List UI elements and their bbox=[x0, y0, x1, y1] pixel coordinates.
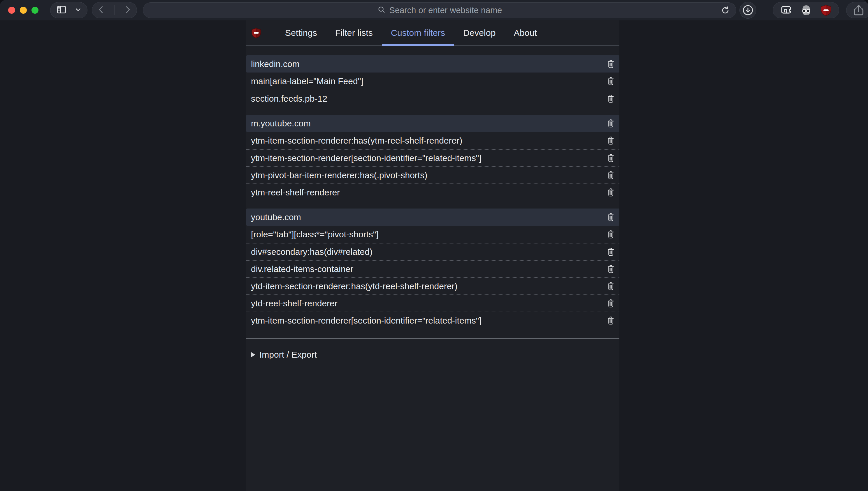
filter-domain-row: linkedin.com bbox=[246, 55, 619, 73]
filter-rule-row: main[aria-label="Main Feed"] bbox=[246, 73, 619, 90]
trash-button[interactable] bbox=[607, 299, 615, 308]
trash-icon bbox=[607, 77, 615, 86]
rule-text: ytm-item-section-renderer[section-identi… bbox=[251, 316, 482, 325]
rule-text: ytm-pivot-bar-item-renderer:has(.pivot-s… bbox=[251, 170, 427, 180]
filter-rule-row: ytm-item-section-renderer[section-identi… bbox=[246, 312, 619, 329]
filter-domain-row: m.youtube.com bbox=[246, 115, 619, 132]
sidebar-controls bbox=[50, 2, 87, 18]
trash-button[interactable] bbox=[607, 171, 615, 180]
tab-label: Settings bbox=[285, 28, 317, 38]
nav-divider bbox=[114, 5, 115, 15]
trash-button[interactable] bbox=[607, 136, 615, 145]
trash-button[interactable] bbox=[607, 213, 615, 222]
tab-filter-lists[interactable]: Filter lists bbox=[326, 20, 382, 45]
trash-button[interactable] bbox=[607, 60, 615, 68]
close-window-button[interactable] bbox=[8, 7, 15, 14]
tab-custom-filters[interactable]: Custom filters bbox=[382, 20, 454, 45]
search-placeholder: Search or enter website name bbox=[389, 5, 502, 15]
domain-label: youtube.com bbox=[251, 212, 301, 222]
trash-icon bbox=[607, 265, 615, 273]
g-extension-icon[interactable]: g bbox=[780, 4, 792, 16]
trash-button[interactable] bbox=[607, 282, 615, 291]
tab-bar: Settings Filter lists Custom filters Dev… bbox=[246, 20, 619, 46]
filter-rule-row: div#secondary:has(div#related) bbox=[246, 243, 619, 260]
tab-label: Custom filters bbox=[391, 28, 445, 38]
filter-rule-row: ytm-item-section-renderer[section-identi… bbox=[246, 149, 619, 166]
svg-text:g: g bbox=[784, 7, 787, 13]
trash-button[interactable] bbox=[607, 230, 615, 239]
trash-icon bbox=[607, 188, 615, 197]
chevron-down-icon[interactable] bbox=[74, 6, 82, 15]
trash-button[interactable] bbox=[607, 94, 615, 103]
trash-icon bbox=[607, 299, 615, 308]
share-button[interactable] bbox=[846, 2, 868, 18]
trash-button[interactable] bbox=[607, 316, 615, 325]
adblock-logo-shield-icon bbox=[251, 27, 262, 39]
content-container: Settings Filter lists Custom filters Dev… bbox=[246, 20, 619, 491]
reload-button[interactable] bbox=[720, 5, 731, 16]
filter-rule-row: section.feeds.pb-12 bbox=[246, 90, 619, 107]
filter-group: linkedin.com main[aria-label="Main Feed"… bbox=[246, 55, 619, 107]
custom-filters-list: linkedin.com main[aria-label="Main Feed"… bbox=[246, 55, 619, 329]
filter-rule-row: ytm-item-section-renderer:has(ytm-reel-s… bbox=[246, 132, 619, 149]
minimize-window-button[interactable] bbox=[20, 7, 27, 14]
trash-button[interactable] bbox=[607, 77, 615, 86]
filter-rule-row: [role="tab"][class*="pivot-shorts"] bbox=[246, 226, 619, 243]
filter-rule-row: ytd-reel-shelf-renderer bbox=[246, 294, 619, 312]
import-export-toggle[interactable]: Import / Export bbox=[251, 350, 317, 360]
trash-icon bbox=[607, 248, 615, 256]
domain-label: linkedin.com bbox=[251, 59, 300, 69]
trash-icon bbox=[607, 213, 615, 222]
rule-text: ytd-reel-shelf-renderer bbox=[251, 298, 337, 309]
rule-text: ytm-item-section-renderer[section-identi… bbox=[251, 153, 482, 163]
trash-icon bbox=[607, 316, 615, 325]
trash-icon bbox=[607, 171, 615, 180]
disclosure-triangle-icon bbox=[251, 352, 255, 357]
download-icon bbox=[742, 4, 754, 16]
tab-bar-tabs: Settings Filter lists Custom filters Dev… bbox=[276, 20, 546, 45]
address-bar[interactable]: Search or enter website name bbox=[143, 2, 736, 18]
window-controls bbox=[8, 7, 38, 14]
trash-button[interactable] bbox=[607, 188, 615, 197]
navigation-buttons bbox=[92, 2, 137, 18]
filter-domain-row: youtube.com bbox=[246, 208, 619, 226]
trash-icon bbox=[607, 119, 615, 128]
adblock-shield-icon[interactable] bbox=[820, 4, 832, 16]
trash-icon bbox=[607, 136, 615, 145]
rule-text: section.feeds.pb-12 bbox=[251, 94, 327, 104]
tab-label: About bbox=[514, 28, 537, 38]
trash-icon bbox=[607, 154, 615, 163]
sidebar-icon[interactable] bbox=[56, 4, 67, 17]
trash-button[interactable] bbox=[607, 119, 615, 128]
forward-icon[interactable] bbox=[123, 5, 133, 16]
zoom-window-button[interactable] bbox=[31, 7, 38, 14]
filter-rule-row: ytd-item-section-renderer:has(ytd-reel-s… bbox=[246, 277, 619, 294]
safari-window: Search or enter website name g bbox=[0, 0, 868, 491]
trash-icon bbox=[607, 94, 615, 103]
trash-icon bbox=[607, 60, 615, 68]
back-icon[interactable] bbox=[96, 5, 106, 16]
downloads-button[interactable] bbox=[739, 2, 756, 19]
tab-label: Develop bbox=[463, 28, 495, 38]
filter-rules: [role="tab"][class*="pivot-shorts"] div#… bbox=[246, 226, 619, 329]
rule-text: div.related-items-container bbox=[251, 264, 353, 274]
browser-toolbar: Search or enter website name g bbox=[0, 0, 868, 21]
tab-develop[interactable]: Develop bbox=[454, 20, 505, 45]
disguise-extension-icon[interactable] bbox=[800, 4, 812, 16]
tab-about[interactable]: About bbox=[505, 20, 546, 45]
filter-rule-row: div.related-items-container bbox=[246, 260, 619, 277]
reload-icon bbox=[721, 6, 730, 16]
rule-text: main[aria-label="Main Feed"] bbox=[251, 76, 363, 86]
extensions-group: g bbox=[773, 2, 839, 18]
filter-group: m.youtube.com ytm-item-section-renderer:… bbox=[246, 115, 619, 201]
extension-settings-page: Settings Filter lists Custom filters Dev… bbox=[0, 20, 868, 491]
rule-text: div#secondary:has(div#related) bbox=[251, 247, 373, 257]
trash-button[interactable] bbox=[607, 154, 615, 163]
filter-group: youtube.com [role="tab"][class*="pivot-s… bbox=[246, 208, 619, 329]
trash-button[interactable] bbox=[607, 265, 615, 273]
share-icon bbox=[852, 4, 865, 16]
tab-settings[interactable]: Settings bbox=[276, 20, 326, 45]
tab-label: Filter lists bbox=[335, 28, 373, 38]
rule-text: ytm-reel-shelf-renderer bbox=[251, 187, 340, 198]
trash-button[interactable] bbox=[607, 248, 615, 256]
